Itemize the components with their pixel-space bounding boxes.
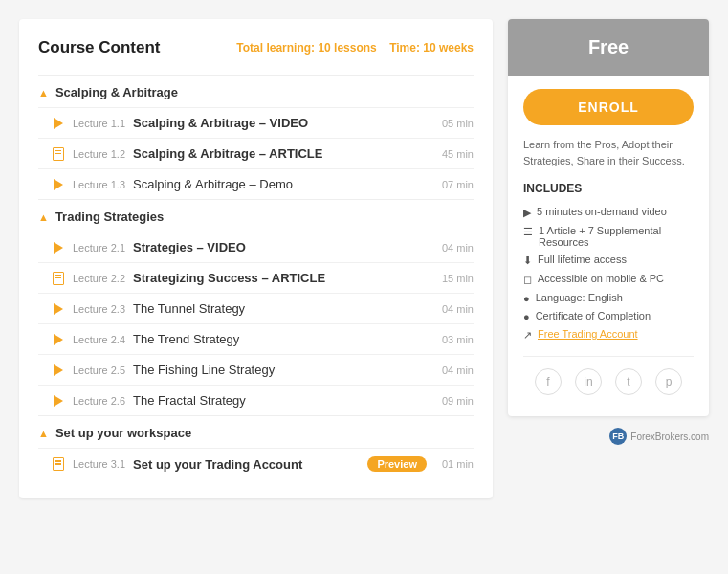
- enroll-button[interactable]: ENROLL: [523, 89, 694, 125]
- lecture-label: Lecture 2.1: [73, 242, 125, 254]
- chevron-icon: ▲: [38, 211, 49, 223]
- sidebar: Free ENROLL Learn from the Pros, Adopt t…: [508, 19, 709, 498]
- lecture-name: The Tunnel Strategy: [133, 301, 427, 316]
- lecture-name: The Fishing Line Strategy: [133, 363, 427, 377]
- lecture-label: Lecture 2.2: [73, 273, 125, 284]
- sections-container: ▲Scalping & ArbitrageLecture 1.1Scalping…: [38, 75, 474, 479]
- play-icon: [52, 364, 65, 377]
- section-title: Set up your workspace: [55, 426, 191, 440]
- play-icon: [52, 302, 65, 316]
- lecture-name: Strategizing Success – ARTICLE: [133, 271, 427, 285]
- section-header-trading[interactable]: ▲Trading Strategies: [38, 199, 474, 232]
- lecture-row[interactable]: Lecture 1.3Scalping & Arbitrage – Demo07…: [38, 168, 474, 199]
- includes-icon: ⬇: [523, 254, 532, 267]
- enroll-section: ENROLL Learn from the Pros, Adopt their …: [508, 76, 709, 416]
- includes-text: Accessible on mobile & PC: [538, 273, 664, 284]
- includes-item: ●Certificate of Completion: [523, 307, 694, 325]
- lecture-duration: 45 min: [442, 148, 474, 160]
- lecture-row[interactable]: Lecture 2.5The Fishing Line Strategy04 m…: [38, 354, 474, 385]
- preview-badge[interactable]: Preview: [367, 456, 427, 472]
- social-row: f in t p: [523, 356, 694, 403]
- play-icon: [52, 117, 65, 130]
- includes-text: 5 minutes on-demand video: [537, 206, 667, 217]
- includes-item: ☰1 Article + 7 Supplemental Resources: [523, 222, 694, 251]
- price-box: Free ENROLL Learn from the Pros, Adopt t…: [508, 19, 709, 416]
- lecture-label: Lecture 1.2: [73, 148, 125, 160]
- includes-item: ⬇Full lifetime access: [523, 251, 694, 270]
- play-icon: [52, 394, 65, 408]
- section-header-workspace[interactable]: ▲Set up your workspace: [38, 415, 474, 448]
- lecture-name: The Trend Strategy: [133, 332, 427, 346]
- lecture-row[interactable]: Lecture 2.4The Trend Strategy03 min: [38, 323, 474, 354]
- meta-total-label: Total learning:: [236, 41, 315, 55]
- lecture-label: Lecture 1.1: [73, 118, 125, 129]
- lecture-row[interactable]: Lecture 1.1Scalping & Arbitrage – VIDEO0…: [38, 107, 474, 138]
- main-content: Course Content Total learning: 10 lesson…: [19, 19, 493, 498]
- lecture-row[interactable]: Lecture 2.1Strategies – VIDEO04 min: [38, 232, 474, 262]
- lecture-label: Lecture 2.4: [73, 334, 125, 345]
- price-label: Free: [588, 36, 629, 57]
- lecture-name: Scalping & Arbitrage – VIDEO: [133, 116, 427, 130]
- play-icon: [52, 241, 65, 254]
- lecture-duration: 03 min: [442, 334, 474, 345]
- meta-time: 10 weeks: [423, 41, 474, 55]
- lecture-name: Scalping & Arbitrage – Demo: [133, 177, 427, 191]
- lecture-name: Strategies – VIDEO: [133, 240, 427, 254]
- article-icon: [52, 272, 65, 285]
- social-facebook[interactable]: f: [535, 368, 562, 395]
- section-title: Scalping & Arbitrage: [55, 85, 178, 99]
- article-icon: [52, 457, 65, 471]
- meta-lessons: 10 lessons: [318, 41, 376, 55]
- lecture-duration: 07 min: [442, 179, 474, 190]
- lecture-row[interactable]: Lecture 3.1Set up your Trading AccountPr…: [38, 448, 474, 479]
- includes-text: 1 Article + 7 Supplemental Resources: [539, 225, 694, 248]
- play-icon: [52, 333, 65, 346]
- lecture-duration: 15 min: [442, 273, 474, 284]
- includes-text: Full lifetime access: [538, 254, 627, 265]
- lecture-duration: 04 min: [442, 303, 474, 315]
- lecture-label: Lecture 2.3: [73, 303, 125, 315]
- social-pinterest[interactable]: p: [655, 368, 682, 395]
- lecture-row[interactable]: Lecture 2.3The Tunnel Strategy04 min: [38, 293, 474, 323]
- article-icon: [52, 147, 65, 161]
- includes-text: Language: English: [536, 292, 623, 303]
- price-header: Free: [508, 19, 709, 76]
- includes-item: ▶5 minutes on-demand video: [523, 203, 694, 222]
- play-icon: [52, 178, 65, 191]
- lecture-row[interactable]: Lecture 1.2Scalping & Arbitrage – ARTICL…: [38, 138, 474, 168]
- forexbrokers-label: ForexBrokers.com: [630, 431, 709, 442]
- includes-icon: ↗: [523, 329, 532, 342]
- includes-icon: ●: [523, 293, 530, 304]
- free-trading-link[interactable]: Free Trading Account: [538, 328, 638, 340]
- lecture-label: Lecture 1.3: [73, 179, 125, 190]
- includes-icon: ▶: [523, 207, 531, 219]
- social-linkedin[interactable]: in: [575, 368, 602, 395]
- lecture-row[interactable]: Lecture 2.2Strategizing Success – ARTICL…: [38, 262, 474, 293]
- includes-list: ▶5 minutes on-demand video☰1 Article + 7…: [523, 203, 694, 344]
- lecture-duration: 09 min: [442, 395, 474, 407]
- includes-text: Certificate of Completion: [536, 310, 651, 321]
- includes-item: ◻Accessible on mobile & PC: [523, 270, 694, 289]
- section-title: Trading Strategies: [55, 210, 164, 224]
- enroll-tagline: Learn from the Pros, Adopt their Strateg…: [523, 137, 694, 168]
- social-twitter[interactable]: t: [615, 368, 642, 395]
- lecture-row[interactable]: Lecture 2.6The Fractal Strategy09 min: [38, 385, 474, 415]
- includes-icon: ◻: [523, 274, 532, 286]
- chevron-icon: ▲: [38, 428, 49, 439]
- includes-item: ●Language: English: [523, 289, 694, 307]
- section-header-scalping[interactable]: ▲Scalping & Arbitrage: [38, 75, 474, 107]
- lecture-label: Lecture 3.1: [73, 458, 125, 470]
- includes-icon: ☰: [523, 226, 533, 238]
- meta-time-label: Time:: [389, 41, 420, 55]
- lecture-name: The Fractal Strategy: [133, 393, 427, 408]
- lecture-name: Set up your Trading Account: [133, 457, 352, 472]
- course-title: Course Content: [38, 38, 161, 57]
- forexbrokers-logo: FB ForexBrokers.com: [508, 428, 709, 445]
- includes-item: ↗Free Trading Account: [523, 325, 694, 344]
- lecture-duration: 05 min: [442, 118, 474, 129]
- includes-icon: ●: [523, 311, 530, 322]
- lecture-duration: 04 min: [442, 364, 474, 376]
- lecture-name: Scalping & Arbitrage – ARTICLE: [133, 146, 427, 161]
- chevron-icon: ▲: [38, 87, 49, 99]
- course-meta: Total learning: 10 lessons Time: 10 week…: [236, 41, 474, 55]
